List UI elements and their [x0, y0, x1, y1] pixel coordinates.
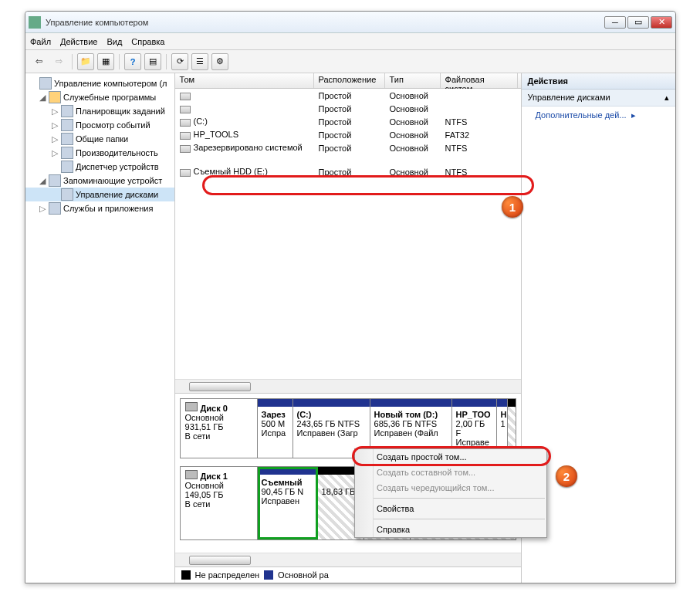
volume-row[interactable]: Съемный HDD (E:)ПростойОсновнойNTFS: [175, 165, 521, 178]
h-scrollbar[interactable]: [175, 379, 521, 393]
disk1-part-e[interactable]: Съемный90,45 ГБ NИсправен: [258, 467, 318, 539]
tree-scheduler[interactable]: Планировщик заданий: [76, 107, 165, 116]
badge-2: 2: [556, 465, 577, 487]
tree-perf[interactable]: Производительность: [76, 148, 158, 157]
col-fs[interactable]: Файловая систем: [441, 73, 518, 88]
ctx-create-spanned: Создать составной том...: [355, 465, 546, 480]
disk0-part-reserved[interactable]: Зарез500 MИспра: [258, 399, 293, 458]
ctx-properties[interactable]: Свойства: [355, 501, 546, 516]
disk0-label[interactable]: Диск 0 Основной931,51 ГБВ сети: [181, 399, 258, 458]
actions-more[interactable]: Дополнительные дей... ▸: [522, 107, 675, 124]
tree-shared[interactable]: Общие папки: [76, 134, 128, 144]
tree-devmgr[interactable]: Диспетчер устройств: [76, 162, 159, 171]
disk1-label[interactable]: Диск 1 Основной149,05 ГБВ сети: [181, 467, 258, 539]
close-button[interactable]: ✕: [651, 16, 672, 29]
tree-system-tools[interactable]: Служебные программы: [63, 93, 156, 102]
context-menu: Создать простой том... Создать составной…: [354, 448, 547, 538]
volume-row[interactable]: ПростойОсновной: [175, 89, 521, 102]
ctx-help[interactable]: Справка: [355, 522, 546, 537]
disk-icon: [185, 402, 198, 411]
col-type[interactable]: Тип: [385, 73, 441, 88]
window-title: Управление компьютером: [46, 18, 604, 27]
tree-diskmgmt[interactable]: Управление дисками: [76, 190, 158, 199]
legend-primary: Основной ра: [278, 570, 329, 580]
tree-services[interactable]: Службы и приложения: [63, 204, 153, 213]
menu-view[interactable]: Вид: [107, 37, 122, 46]
app-icon: [29, 16, 41, 29]
h-scrollbar-2[interactable]: [175, 553, 521, 566]
up-button[interactable]: 📁: [77, 53, 94, 70]
legend: Не распределен Основной ра: [175, 566, 521, 583]
settings-button[interactable]: ⚙: [211, 53, 228, 70]
volume-row[interactable]: ПростойОсновной: [175, 102, 521, 115]
volume-row[interactable]: Зарезервировано системойПростойОсновнойN…: [175, 141, 521, 154]
back-button[interactable]: ⇦: [30, 53, 47, 70]
forward-button[interactable]: ⇨: [50, 53, 67, 70]
props-button[interactable]: ▦: [97, 53, 114, 70]
actions-header: Действия: [522, 73, 675, 90]
ctx-create-simple[interactable]: Создать простой том...: [355, 449, 546, 465]
badge-1: 1: [502, 196, 523, 218]
maximize-button[interactable]: ▭: [627, 16, 649, 29]
volume-header[interactable]: Том Расположение Тип Файловая систем: [175, 73, 521, 89]
nav-tree[interactable]: Управление компьютером (л ◢Служебные про…: [25, 73, 175, 583]
menu-action[interactable]: Действие: [60, 37, 97, 46]
refresh-button[interactable]: ⟳: [171, 53, 188, 70]
menu-bar: Файл Действие Вид Справка: [25, 33, 675, 50]
disk-icon: [185, 470, 198, 479]
app-window: Управление компьютером ─ ▭ ✕ Файл Действ…: [25, 11, 676, 583]
tree-storage[interactable]: Запоминающие устройст: [63, 176, 162, 185]
ctx-create-striped: Создать чередующийся том...: [355, 480, 546, 495]
tree-root[interactable]: Управление компьютером (л: [54, 79, 167, 88]
actions-section[interactable]: Управление дисками▴: [522, 90, 675, 107]
col-volume[interactable]: Том: [175, 73, 314, 88]
legend-unalloc: Не распределен: [195, 570, 260, 580]
view-button[interactable]: ▤: [144, 53, 161, 70]
toolbar: ⇦ ⇨ 📁 ▦ ? ▤ ⟳ ☰ ⚙: [25, 50, 675, 73]
menu-file[interactable]: Файл: [30, 37, 51, 46]
tree-eventviewer[interactable]: Просмотр событий: [76, 120, 150, 130]
collapse-icon[interactable]: ▴: [664, 93, 669, 103]
col-layout[interactable]: Расположение: [314, 73, 385, 88]
volume-list[interactable]: ПростойОсновнойПростойОсновной(C:)Просто…: [175, 89, 521, 178]
list-button[interactable]: ☰: [191, 53, 208, 70]
volume-row[interactable]: HP_TOOLSПростойОсновнойFAT32: [175, 128, 521, 141]
titlebar[interactable]: Управление компьютером ─ ▭ ✕: [25, 12, 675, 33]
minimize-button[interactable]: ─: [604, 16, 626, 29]
menu-help[interactable]: Справка: [131, 37, 164, 46]
help-button[interactable]: ?: [124, 53, 141, 70]
volume-row[interactable]: (C:)ПростойОсновнойNTFS: [175, 115, 521, 128]
